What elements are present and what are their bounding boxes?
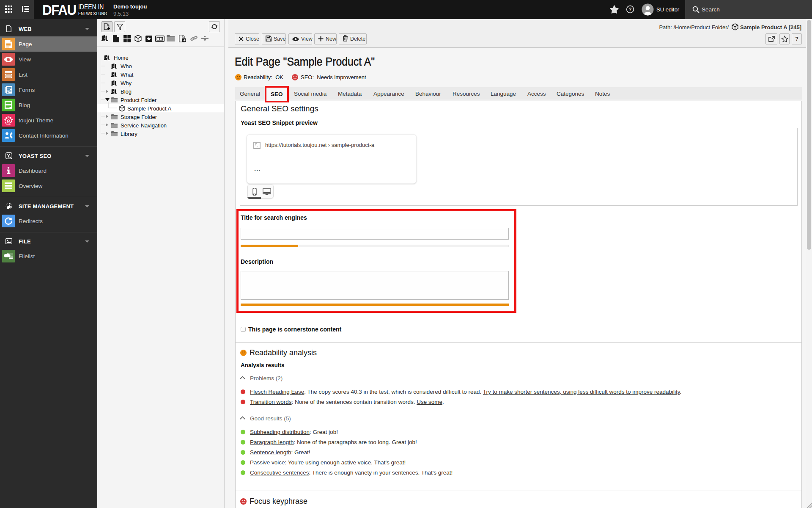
svg-text:?: ? [628, 7, 631, 12]
